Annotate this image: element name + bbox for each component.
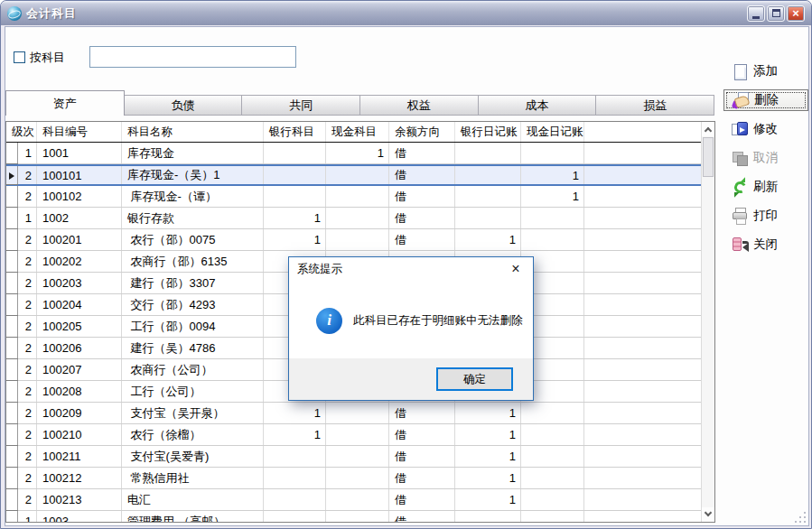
row-selector [6, 208, 18, 228]
tab-liabilities[interactable]: 负债 [125, 95, 243, 116]
row-selector [6, 359, 18, 380]
row-selector [6, 403, 18, 423]
tab-profit-loss[interactable]: 损益 [596, 95, 714, 116]
cell-code: 1001 [37, 143, 122, 163]
cell-name: 建行（吴）4786 [122, 338, 264, 358]
cell-bank_journal [455, 166, 521, 184]
cell-name: 交行（邵）4293 [122, 294, 264, 315]
cell-direction: 借 [389, 229, 455, 250]
cell-bank_subject [264, 166, 326, 184]
tab-cost[interactable]: 成本 [479, 95, 597, 116]
add-button[interactable]: 添加 [721, 60, 811, 82]
cell-name: 工行（公司） [122, 381, 264, 402]
cell-bank_subject [264, 489, 326, 510]
row-selector [6, 294, 18, 315]
table-row[interactable]: 2100201 农行（邵）00751借1 [6, 229, 714, 251]
table-row[interactable]: 11001库存现金1借 [6, 143, 714, 164]
cell-name: 建行（邵）3307 [122, 273, 264, 293]
cell-cash_subject: 1 [326, 143, 389, 163]
cell-filler [584, 166, 714, 184]
cell-code: 100202 [37, 251, 122, 272]
cell-code: 100102 [37, 186, 122, 207]
tab-common[interactable]: 共同 [242, 95, 360, 116]
cancel-button[interactable]: 取消 [721, 147, 811, 169]
cell-cash_journal [521, 229, 584, 250]
refresh-icon [732, 179, 749, 196]
table-row[interactable]: 2100211 支付宝(吴爱青)借1 [6, 446, 714, 468]
cell-level: 1 [18, 511, 37, 523]
close-button[interactable]: 关闭 [721, 234, 811, 255]
cell-level: 2 [18, 338, 37, 358]
column-header-filler [584, 122, 714, 142]
close-icon[interactable] [507, 260, 525, 278]
table-row[interactable]: 2100209 支付宝（吴开泉）1借1 [6, 403, 714, 424]
row-selector [6, 143, 18, 163]
tab-assets[interactable]: 资产 [5, 90, 125, 116]
dialog-title: 系统提示 [297, 262, 342, 277]
scroll-up-icon[interactable] [702, 122, 714, 136]
refresh-label: 刷新 [753, 179, 778, 195]
cell-cash_subject [326, 468, 389, 488]
tab-equity[interactable]: 权益 [360, 95, 479, 116]
scroll-thumb[interactable] [703, 137, 714, 177]
table-row[interactable]: 11003管理费用-（高邮）借 [6, 511, 714, 523]
cell-name: 工行（邵）0094 [122, 316, 264, 337]
cell-code: 100201 [37, 229, 122, 250]
cell-filler [584, 446, 714, 467]
cell-bank_subject [264, 446, 326, 467]
cell-name: 库存现金-（谭） [122, 186, 264, 207]
table-row[interactable]: 2100210 农行（徐榴）1借1 [6, 424, 714, 446]
filter-by-subject-checkbox[interactable] [14, 51, 25, 63]
cell-level: 2 [18, 403, 37, 423]
minimize-icon[interactable] [747, 5, 765, 22]
cell-level: 2 [18, 489, 37, 510]
cell-cash_journal: 1 [521, 166, 584, 184]
cell-filler [584, 208, 714, 228]
cell-bank_journal [455, 143, 521, 163]
row-selector [6, 316, 18, 337]
maximize-icon[interactable] [767, 5, 785, 22]
scroll-down-icon[interactable] [702, 507, 714, 522]
add-label: 添加 [753, 63, 778, 79]
table-row[interactable]: 2100213电汇借1 [6, 489, 714, 511]
cell-code: 100213 [37, 489, 122, 510]
print-button[interactable]: 打印 [721, 205, 811, 227]
row-selector [6, 489, 18, 510]
table-row[interactable]: 2100101库存现金-（吴）1借1 [6, 164, 714, 186]
cell-cash_subject [326, 489, 389, 510]
delete-button[interactable]: 删除 [723, 89, 808, 111]
subject-filter-input[interactable] [89, 46, 296, 68]
cell-name: 库存现金 [122, 143, 264, 163]
vertical-scrollbar[interactable] [701, 122, 714, 522]
ok-button[interactable]: 确定 [436, 367, 513, 391]
info-icon [316, 308, 342, 334]
column-header-bank_subject: 银行科目 [264, 122, 326, 142]
row-selector [6, 511, 18, 523]
table-row[interactable]: 2100102 库存现金-（谭）借1 [6, 186, 714, 208]
row-selector [6, 424, 18, 445]
modify-button[interactable]: 修改 [721, 118, 811, 140]
dialog-message: 此科目已存在于明细账中无法删除 [353, 313, 523, 329]
cell-direction: 借 [389, 424, 455, 445]
close-icon[interactable] [787, 5, 805, 22]
cell-cash_journal [521, 511, 584, 523]
cell-filler [584, 229, 714, 250]
cell-direction: 借 [389, 468, 455, 488]
cell-level: 2 [18, 294, 37, 315]
table-row[interactable]: 2100212 常熟信用社借1 [6, 468, 714, 489]
window-title: 会计科目 [26, 5, 77, 22]
table-row[interactable]: 11002银行存款1借 [6, 208, 714, 229]
cell-cash_journal [521, 403, 584, 423]
cell-cash_subject [326, 446, 389, 467]
cell-cash_subject [326, 208, 389, 228]
cell-filler [584, 316, 714, 337]
cell-bank_subject [264, 186, 326, 207]
cell-bank_subject [264, 143, 326, 163]
cell-bank_subject: 1 [264, 424, 326, 445]
resize-grip[interactable] [793, 510, 808, 525]
cell-cash_journal: 1 [521, 186, 584, 207]
cell-bank_journal: 1 [455, 403, 521, 423]
close-form-icon [732, 237, 749, 254]
refresh-button[interactable]: 刷新 [721, 176, 811, 198]
column-header-name: 科目名称 [122, 122, 264, 142]
